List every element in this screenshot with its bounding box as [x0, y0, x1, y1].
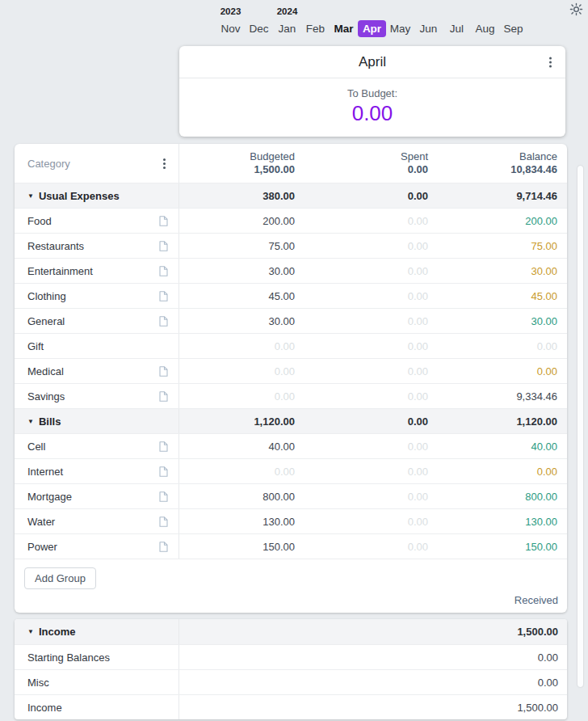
category-row-internet[interactable]: Internet 0.00 0.00 0.00	[15, 458, 567, 483]
month-menu-kebab-icon[interactable]	[547, 54, 554, 70]
collapse-triangle-icon[interactable]: ▼	[27, 192, 34, 200]
balance-value[interactable]: 30.00	[432, 315, 566, 327]
received-value[interactable]: 1,500.00	[179, 702, 567, 714]
category-row-savings[interactable]: Savings 0.00 0.00 9,334.46	[15, 383, 567, 408]
theme-sun-icon[interactable]	[569, 2, 584, 17]
spent-value[interactable]: 0.00	[299, 541, 432, 553]
spent-value[interactable]: 0.00	[299, 466, 432, 478]
month-jul[interactable]: Jul	[443, 20, 471, 37]
spent-value[interactable]: 0.00	[299, 290, 432, 302]
category-name[interactable]: Savings	[27, 390, 159, 403]
category-row-clothing[interactable]: Clothing 45.00 0.00 45.00	[15, 283, 567, 308]
budgeted-value[interactable]: 130.00	[179, 516, 299, 528]
note-icon[interactable]	[159, 291, 168, 301]
category-name[interactable]: General	[27, 315, 159, 327]
category-name[interactable]: Income	[27, 702, 168, 714]
group-row-bills[interactable]: ▼ Bills 1,120.00 0.00 1,120.00	[15, 408, 567, 433]
category-name[interactable]: Food	[27, 215, 159, 227]
budgeted-value[interactable]: 0.00	[179, 340, 299, 352]
category-row-income[interactable]: Income 1,500.00	[15, 694, 567, 719]
balance-value[interactable]: 200.00	[432, 215, 566, 227]
month-dec[interactable]: Dec	[245, 20, 273, 37]
vertical-scrollbar[interactable]	[578, 166, 583, 687]
note-icon[interactable]	[159, 542, 168, 552]
spent-value[interactable]: 0.00	[299, 240, 432, 252]
note-icon[interactable]	[159, 466, 168, 477]
note-icon[interactable]	[159, 366, 168, 377]
category-row-restaurants[interactable]: Restaurants 75.00 0.00 75.00	[15, 233, 567, 258]
received-value[interactable]: 0.00	[179, 651, 567, 664]
spent-value[interactable]: 0.00	[299, 516, 432, 528]
add-group-button[interactable]: Add Group	[24, 567, 96, 589]
received-value[interactable]: 0.00	[179, 677, 567, 689]
spent-value[interactable]: 0.00	[299, 265, 432, 277]
category-row-food[interactable]: Food 200.00 0.00 200.00	[15, 208, 567, 233]
category-name[interactable]: Gift	[27, 340, 168, 352]
budgeted-value[interactable]: 800.00	[179, 491, 299, 503]
balance-value[interactable]: 40.00	[432, 441, 566, 453]
balance-value[interactable]: 9,334.46	[432, 390, 566, 403]
balance-value[interactable]: 150.00	[432, 541, 566, 553]
month-may[interactable]: May	[386, 20, 414, 37]
budgeted-column-header[interactable]: Budgeted 1,500.00	[179, 150, 299, 176]
category-row-gift[interactable]: Gift 0.00 0.00 0.00	[15, 333, 567, 358]
balance-value[interactable]: 800.00	[432, 491, 566, 503]
spent-value[interactable]: 0.00	[299, 491, 432, 503]
category-row-mortgage[interactable]: Mortgage 800.00 0.00 800.00	[15, 483, 567, 508]
spent-value[interactable]: 0.00	[299, 441, 432, 453]
spent-value[interactable]: 0.00	[299, 340, 432, 352]
category-menu-kebab-icon[interactable]	[161, 156, 168, 171]
budgeted-value[interactable]: 150.00	[179, 541, 299, 553]
budgeted-value[interactable]: 30.00	[179, 315, 299, 327]
month-aug[interactable]: Aug	[471, 20, 499, 37]
category-name[interactable]: Entertainment	[27, 265, 159, 277]
spent-value[interactable]: 0.00	[299, 315, 432, 327]
note-icon[interactable]	[159, 391, 168, 402]
category-row-water[interactable]: Water 130.00 0.00 130.00	[15, 508, 567, 533]
category-name[interactable]: Water	[27, 516, 159, 528]
balance-value[interactable]: 0.00	[432, 466, 566, 478]
balance-value[interactable]: 0.00	[432, 340, 566, 352]
category-name[interactable]: Mortgage	[27, 491, 159, 503]
category-row-cell[interactable]: Cell 40.00 0.00 40.00	[15, 433, 567, 458]
category-name[interactable]: Cell	[27, 441, 159, 453]
balance-value[interactable]: 75.00	[432, 240, 566, 252]
category-row-starting-balances[interactable]: Starting Balances 0.00	[15, 644, 567, 669]
collapse-triangle-icon[interactable]: ▼	[27, 418, 34, 425]
category-name[interactable]: Clothing	[27, 290, 159, 302]
category-name[interactable]: Medical	[27, 365, 159, 377]
month-jun[interactable]: Jun	[414, 20, 443, 37]
month-apr-selected[interactable]: Apr	[358, 20, 386, 37]
balance-value[interactable]: 0.00	[432, 365, 566, 377]
category-row-general[interactable]: General 30.00 0.00 30.00	[15, 308, 567, 333]
budgeted-value[interactable]: 0.00	[179, 365, 299, 377]
month-sep[interactable]: Sep	[499, 20, 527, 37]
note-icon[interactable]	[159, 441, 168, 452]
balance-column-header[interactable]: Balance 10,834.46	[432, 150, 566, 176]
note-icon[interactable]	[159, 517, 168, 527]
category-row-medical[interactable]: Medical 0.00 0.00 0.00	[15, 358, 567, 383]
budgeted-value[interactable]: 30.00	[179, 265, 299, 277]
category-name[interactable]: Restaurants	[27, 240, 159, 252]
budgeted-value[interactable]: 0.00	[179, 390, 299, 403]
spent-column-header[interactable]: Spent 0.00	[299, 150, 432, 176]
month-jan[interactable]: Jan	[273, 20, 301, 37]
spent-value[interactable]: 0.00	[299, 365, 432, 377]
group-name[interactable]: Income	[39, 626, 168, 638]
budgeted-value[interactable]: 200.00	[179, 215, 299, 227]
balance-value[interactable]: 130.00	[432, 516, 566, 528]
budgeted-value[interactable]: 45.00	[179, 290, 299, 302]
group-name[interactable]: Usual Expenses	[39, 190, 168, 202]
group-name[interactable]: Bills	[39, 415, 168, 428]
balance-value[interactable]: 30.00	[432, 265, 566, 277]
spent-value[interactable]: 0.00	[299, 215, 432, 227]
note-icon[interactable]	[159, 266, 168, 276]
category-name[interactable]: Internet	[27, 466, 159, 478]
month-feb[interactable]: Feb	[301, 20, 330, 37]
note-icon[interactable]	[159, 316, 168, 327]
group-row-income[interactable]: ▼ Income 1,500.00	[15, 619, 567, 644]
category-name[interactable]: Misc	[27, 677, 168, 689]
month-mar[interactable]: Mar	[330, 20, 358, 37]
category-name[interactable]: Starting Balances	[27, 651, 168, 664]
category-name[interactable]: Power	[27, 541, 159, 553]
